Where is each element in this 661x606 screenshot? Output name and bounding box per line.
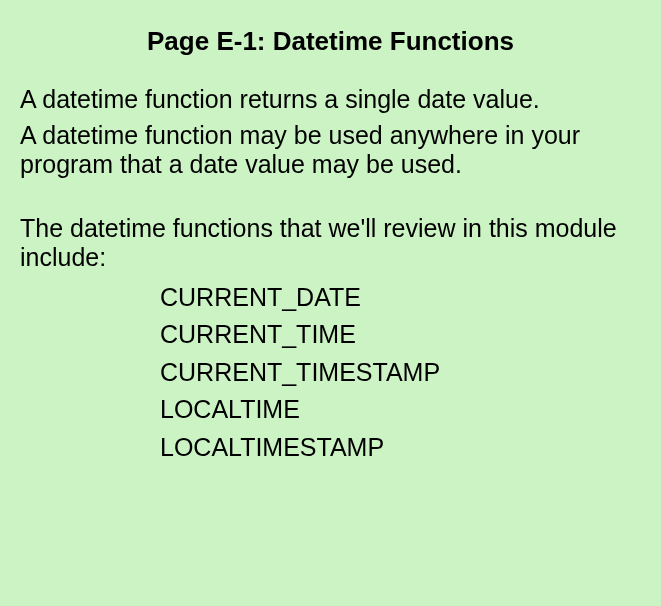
list-intro: The datetime functions that we'll review… [20, 214, 641, 273]
paragraph-2: A datetime function may be used anywhere… [20, 121, 641, 180]
function-list: CURRENT_DATE CURRENT_TIME CURRENT_TIMEST… [160, 279, 641, 467]
paragraph-1: A datetime function returns a single dat… [20, 85, 641, 115]
page-title: Page E-1: Datetime Functions [20, 26, 641, 57]
function-item: CURRENT_TIMESTAMP [160, 354, 641, 392]
function-item: LOCALTIME [160, 391, 641, 429]
function-item: LOCALTIMESTAMP [160, 429, 641, 467]
function-item: CURRENT_TIME [160, 316, 641, 354]
function-item: CURRENT_DATE [160, 279, 641, 317]
